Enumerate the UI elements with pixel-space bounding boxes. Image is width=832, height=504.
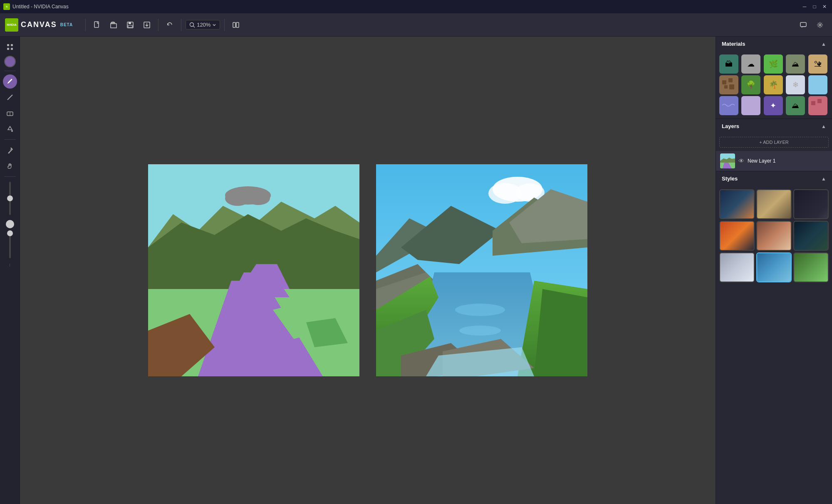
- eyedropper-tool[interactable]: [3, 143, 17, 157]
- window-title: Untitled - NVIDIA Canvas: [12, 4, 800, 10]
- svg-rect-2: [129, 22, 131, 24]
- add-layer-button[interactable]: + ADD LAYER: [719, 137, 829, 148]
- brush-size-slider[interactable]: [9, 180, 11, 217]
- brush-tool[interactable]: [3, 74, 17, 89]
- fill-tool[interactable]: [3, 122, 17, 136]
- svg-rect-0: [94, 22, 99, 27]
- layer-item[interactable]: 👁 New Layer 1: [716, 151, 832, 171]
- svg-rect-6: [233, 22, 235, 27]
- layers-section: Layers ▲ + ADD LAYER 👁 New Layer 1: [716, 119, 832, 171]
- chat-button[interactable]: [796, 18, 810, 32]
- toolbar-separator-2: [158, 19, 158, 31]
- style-ocean[interactable]: [793, 221, 829, 251]
- styles-section: Styles ▲: [716, 171, 832, 286]
- line-tool[interactable]: [3, 90, 17, 104]
- zoom-value: 120%: [197, 22, 210, 28]
- toolbar-separator-4: [224, 19, 225, 31]
- styles-title: Styles: [722, 175, 738, 182]
- materials-grid: 🏔 ☁ 🌿 ⛰ 🏜 🌳 🌴: [716, 51, 832, 119]
- save-button[interactable]: [123, 18, 137, 32]
- new-button[interactable]: [90, 18, 104, 32]
- style-desert-mist[interactable]: [756, 189, 792, 219]
- svg-rect-61: [742, 97, 759, 114]
- material-rock[interactable]: ⛰: [786, 54, 805, 74]
- opacity-slider[interactable]: [9, 232, 11, 260]
- material-purple-sparkle[interactable]: ✦: [764, 96, 783, 115]
- title-bar: N Untitled - NVIDIA Canvas ─ □ ✕: [0, 0, 832, 13]
- opacity-indicator: [6, 220, 14, 228]
- styles-chevron: ▲: [821, 176, 826, 182]
- nvidia-icon: N: [3, 3, 10, 10]
- svg-point-23: [225, 191, 250, 206]
- material-water-purple[interactable]: [719, 96, 738, 115]
- segmentation-canvas-panel[interactable]: [148, 164, 359, 376]
- svg-rect-58: [729, 84, 734, 89]
- materials-chevron: ▲: [821, 41, 826, 47]
- rendered-canvas-panel[interactable]: [376, 164, 587, 376]
- layer-thumbnail: [720, 153, 735, 168]
- left-toolbar: |: [0, 37, 20, 504]
- svg-point-46: [459, 326, 501, 336]
- zoom-control[interactable]: 120%: [186, 20, 220, 30]
- material-grass-bright[interactable]: 🌿: [764, 54, 783, 74]
- export-button[interactable]: [140, 18, 154, 32]
- style-misty[interactable]: [719, 252, 755, 282]
- materials-header[interactable]: Materials ▲: [716, 37, 832, 51]
- segmentation-canvas[interactable]: [148, 164, 359, 376]
- styles-grid: [716, 186, 832, 286]
- material-lavender[interactable]: [741, 96, 760, 115]
- tool-separator-3: [4, 176, 16, 177]
- slider-markers: |: [10, 263, 10, 266]
- material-snow[interactable]: ❄: [786, 75, 805, 94]
- rendered-canvas[interactable]: [376, 164, 587, 376]
- svg-rect-66: [817, 99, 822, 103]
- svg-rect-8: [800, 22, 806, 27]
- layers-chevron: ▲: [821, 124, 826, 129]
- style-canyon[interactable]: [756, 221, 792, 251]
- material-water-mountain[interactable]: 🏔: [719, 54, 738, 74]
- svg-marker-50: [534, 289, 587, 376]
- active-color[interactable]: [4, 56, 16, 67]
- svg-line-14: [7, 95, 12, 100]
- settings-button[interactable]: [813, 18, 827, 32]
- material-tree[interactable]: 🌳: [741, 75, 760, 94]
- svg-rect-7: [236, 22, 239, 27]
- material-pink[interactable]: [808, 96, 827, 115]
- close-button[interactable]: ✕: [820, 2, 829, 11]
- layers-title: Layers: [722, 123, 739, 129]
- layer-visibility-toggle[interactable]: 👁: [738, 158, 744, 164]
- svg-rect-55: [722, 80, 726, 84]
- style-green-valley[interactable]: [793, 252, 829, 282]
- svg-rect-56: [728, 78, 733, 82]
- material-green-mountain[interactable]: ⛰: [786, 96, 805, 115]
- svg-rect-13: [11, 48, 13, 50]
- minimize-button[interactable]: ─: [800, 2, 809, 11]
- material-dirt[interactable]: [719, 75, 738, 94]
- material-cloud[interactable]: ☁: [741, 54, 760, 74]
- app-beta: BETA: [60, 22, 73, 27]
- hand-tool[interactable]: [3, 159, 17, 173]
- svg-text:✦: ✦: [770, 101, 776, 110]
- styles-header[interactable]: Styles ▲: [716, 171, 832, 186]
- style-volcanic[interactable]: [719, 221, 755, 251]
- svg-rect-65: [811, 101, 815, 105]
- open-button[interactable]: [106, 18, 121, 32]
- style-mountain-sunset[interactable]: [719, 189, 755, 219]
- material-tropical[interactable]: 🌴: [764, 75, 783, 94]
- style-dark-cave[interactable]: [793, 189, 829, 219]
- svg-point-24: [247, 192, 270, 205]
- undo-button[interactable]: [163, 18, 177, 32]
- svg-point-17: [11, 130, 13, 132]
- svg-rect-11: [11, 44, 13, 46]
- eraser-tool[interactable]: [3, 106, 17, 120]
- maximize-button[interactable]: □: [810, 2, 819, 11]
- material-light-blue[interactable]: [808, 75, 827, 94]
- grid-tool[interactable]: [3, 40, 17, 54]
- compare-button[interactable]: [229, 18, 243, 32]
- app-title: CANVAS: [21, 20, 57, 29]
- layers-header[interactable]: Layers ▲: [716, 119, 832, 133]
- svg-point-9: [819, 24, 821, 26]
- style-tropical-lake[interactable]: [756, 252, 792, 282]
- material-sand[interactable]: 🏜: [808, 54, 827, 74]
- svg-rect-59: [809, 76, 826, 93]
